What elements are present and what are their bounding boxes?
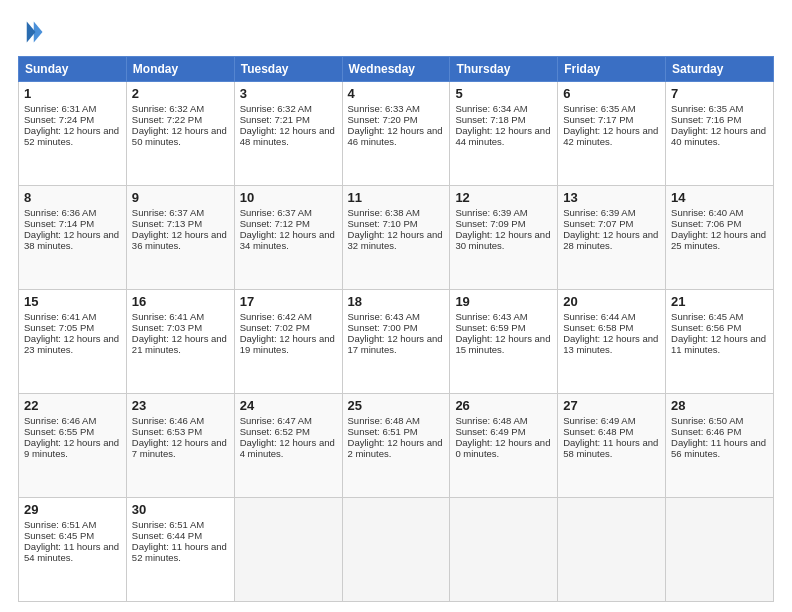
day-number: 14 bbox=[671, 190, 768, 205]
sunset: Sunset: 7:14 PM bbox=[24, 218, 94, 229]
weekday-header-thursday: Thursday bbox=[450, 57, 558, 82]
sunset: Sunset: 7:10 PM bbox=[348, 218, 418, 229]
day-number: 24 bbox=[240, 398, 337, 413]
day-number: 2 bbox=[132, 86, 229, 101]
page: SundayMondayTuesdayWednesdayThursdayFrid… bbox=[0, 0, 792, 612]
sunset: Sunset: 6:49 PM bbox=[455, 426, 525, 437]
weekday-header-tuesday: Tuesday bbox=[234, 57, 342, 82]
sunrise: Sunrise: 6:51 AM bbox=[24, 519, 96, 530]
sunrise: Sunrise: 6:39 AM bbox=[455, 207, 527, 218]
calendar-cell bbox=[666, 498, 774, 602]
day-number: 29 bbox=[24, 502, 121, 517]
calendar-cell: 20Sunrise: 6:44 AMSunset: 6:58 PMDayligh… bbox=[558, 290, 666, 394]
sunset: Sunset: 7:22 PM bbox=[132, 114, 202, 125]
sunrise: Sunrise: 6:43 AM bbox=[348, 311, 420, 322]
sunset: Sunset: 7:18 PM bbox=[455, 114, 525, 125]
weekday-header-monday: Monday bbox=[126, 57, 234, 82]
calendar-cell: 16Sunrise: 6:41 AMSunset: 7:03 PMDayligh… bbox=[126, 290, 234, 394]
daylight: Daylight: 12 hours and 11 minutes. bbox=[671, 333, 766, 355]
daylight: Daylight: 12 hours and 52 minutes. bbox=[24, 125, 119, 147]
calendar-cell: 9Sunrise: 6:37 AMSunset: 7:13 PMDaylight… bbox=[126, 186, 234, 290]
calendar-cell: 15Sunrise: 6:41 AMSunset: 7:05 PMDayligh… bbox=[19, 290, 127, 394]
daylight: Daylight: 12 hours and 21 minutes. bbox=[132, 333, 227, 355]
sunrise: Sunrise: 6:39 AM bbox=[563, 207, 635, 218]
sunset: Sunset: 6:51 PM bbox=[348, 426, 418, 437]
sunrise: Sunrise: 6:44 AM bbox=[563, 311, 635, 322]
daylight: Daylight: 12 hours and 36 minutes. bbox=[132, 229, 227, 251]
week-row-4: 22Sunrise: 6:46 AMSunset: 6:55 PMDayligh… bbox=[19, 394, 774, 498]
sunrise: Sunrise: 6:32 AM bbox=[240, 103, 312, 114]
sunset: Sunset: 7:06 PM bbox=[671, 218, 741, 229]
day-number: 27 bbox=[563, 398, 660, 413]
sunrise: Sunrise: 6:47 AM bbox=[240, 415, 312, 426]
sunrise: Sunrise: 6:35 AM bbox=[671, 103, 743, 114]
calendar-cell: 12Sunrise: 6:39 AMSunset: 7:09 PMDayligh… bbox=[450, 186, 558, 290]
day-number: 25 bbox=[348, 398, 445, 413]
daylight: Daylight: 12 hours and 42 minutes. bbox=[563, 125, 658, 147]
calendar-cell: 18Sunrise: 6:43 AMSunset: 7:00 PMDayligh… bbox=[342, 290, 450, 394]
calendar-cell: 8Sunrise: 6:36 AMSunset: 7:14 PMDaylight… bbox=[19, 186, 127, 290]
calendar-cell: 6Sunrise: 6:35 AMSunset: 7:17 PMDaylight… bbox=[558, 82, 666, 186]
day-number: 12 bbox=[455, 190, 552, 205]
calendar-cell: 7Sunrise: 6:35 AMSunset: 7:16 PMDaylight… bbox=[666, 82, 774, 186]
calendar-cell: 4Sunrise: 6:33 AMSunset: 7:20 PMDaylight… bbox=[342, 82, 450, 186]
day-number: 23 bbox=[132, 398, 229, 413]
calendar-cell bbox=[342, 498, 450, 602]
day-number: 1 bbox=[24, 86, 121, 101]
daylight: Daylight: 12 hours and 7 minutes. bbox=[132, 437, 227, 459]
day-number: 11 bbox=[348, 190, 445, 205]
daylight: Daylight: 12 hours and 19 minutes. bbox=[240, 333, 335, 355]
calendar-cell: 19Sunrise: 6:43 AMSunset: 6:59 PMDayligh… bbox=[450, 290, 558, 394]
sunset: Sunset: 6:53 PM bbox=[132, 426, 202, 437]
sunrise: Sunrise: 6:51 AM bbox=[132, 519, 204, 530]
sunset: Sunset: 7:02 PM bbox=[240, 322, 310, 333]
week-row-2: 8Sunrise: 6:36 AMSunset: 7:14 PMDaylight… bbox=[19, 186, 774, 290]
calendar-cell: 23Sunrise: 6:46 AMSunset: 6:53 PMDayligh… bbox=[126, 394, 234, 498]
daylight: Daylight: 12 hours and 34 minutes. bbox=[240, 229, 335, 251]
header bbox=[18, 18, 774, 46]
day-number: 6 bbox=[563, 86, 660, 101]
daylight: Daylight: 12 hours and 0 minutes. bbox=[455, 437, 550, 459]
day-number: 16 bbox=[132, 294, 229, 309]
daylight: Daylight: 12 hours and 32 minutes. bbox=[348, 229, 443, 251]
calendar-cell: 26Sunrise: 6:48 AMSunset: 6:49 PMDayligh… bbox=[450, 394, 558, 498]
sunset: Sunset: 7:16 PM bbox=[671, 114, 741, 125]
day-number: 28 bbox=[671, 398, 768, 413]
daylight: Daylight: 11 hours and 54 minutes. bbox=[24, 541, 119, 563]
week-row-5: 29Sunrise: 6:51 AMSunset: 6:45 PMDayligh… bbox=[19, 498, 774, 602]
sunset: Sunset: 6:46 PM bbox=[671, 426, 741, 437]
calendar-cell: 25Sunrise: 6:48 AMSunset: 6:51 PMDayligh… bbox=[342, 394, 450, 498]
daylight: Daylight: 12 hours and 48 minutes. bbox=[240, 125, 335, 147]
daylight: Daylight: 12 hours and 17 minutes. bbox=[348, 333, 443, 355]
calendar-cell bbox=[234, 498, 342, 602]
calendar-cell: 14Sunrise: 6:40 AMSunset: 7:06 PMDayligh… bbox=[666, 186, 774, 290]
sunrise: Sunrise: 6:49 AM bbox=[563, 415, 635, 426]
weekday-header-saturday: Saturday bbox=[666, 57, 774, 82]
sunrise: Sunrise: 6:38 AM bbox=[348, 207, 420, 218]
sunrise: Sunrise: 6:50 AM bbox=[671, 415, 743, 426]
sunset: Sunset: 7:20 PM bbox=[348, 114, 418, 125]
week-row-1: 1Sunrise: 6:31 AMSunset: 7:24 PMDaylight… bbox=[19, 82, 774, 186]
sunrise: Sunrise: 6:41 AM bbox=[132, 311, 204, 322]
day-number: 20 bbox=[563, 294, 660, 309]
day-number: 22 bbox=[24, 398, 121, 413]
calendar-cell: 5Sunrise: 6:34 AMSunset: 7:18 PMDaylight… bbox=[450, 82, 558, 186]
weekday-header-friday: Friday bbox=[558, 57, 666, 82]
day-number: 17 bbox=[240, 294, 337, 309]
day-number: 8 bbox=[24, 190, 121, 205]
sunset: Sunset: 6:56 PM bbox=[671, 322, 741, 333]
calendar-table: SundayMondayTuesdayWednesdayThursdayFrid… bbox=[18, 56, 774, 602]
sunset: Sunset: 7:17 PM bbox=[563, 114, 633, 125]
daylight: Daylight: 12 hours and 9 minutes. bbox=[24, 437, 119, 459]
sunset: Sunset: 7:12 PM bbox=[240, 218, 310, 229]
calendar-cell: 3Sunrise: 6:32 AMSunset: 7:21 PMDaylight… bbox=[234, 82, 342, 186]
calendar-cell: 27Sunrise: 6:49 AMSunset: 6:48 PMDayligh… bbox=[558, 394, 666, 498]
sunrise: Sunrise: 6:37 AM bbox=[240, 207, 312, 218]
daylight: Daylight: 11 hours and 56 minutes. bbox=[671, 437, 766, 459]
sunset: Sunset: 7:21 PM bbox=[240, 114, 310, 125]
daylight: Daylight: 12 hours and 50 minutes. bbox=[132, 125, 227, 147]
daylight: Daylight: 11 hours and 58 minutes. bbox=[563, 437, 658, 459]
daylight: Daylight: 12 hours and 23 minutes. bbox=[24, 333, 119, 355]
sunrise: Sunrise: 6:46 AM bbox=[132, 415, 204, 426]
calendar-cell: 24Sunrise: 6:47 AMSunset: 6:52 PMDayligh… bbox=[234, 394, 342, 498]
